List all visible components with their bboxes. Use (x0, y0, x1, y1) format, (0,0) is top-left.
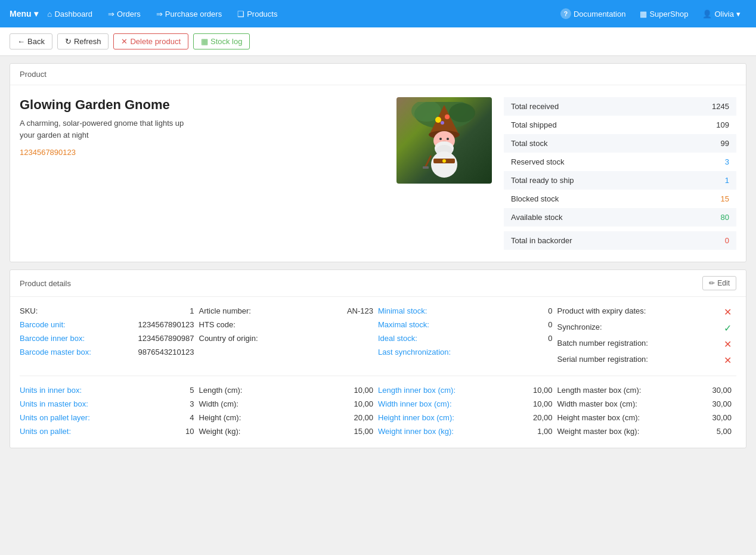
details-col-2: Article number: AN-123 HTS code: Country… (199, 304, 379, 368)
detail-width-inner-box-label: Width inner box (cm): (378, 399, 452, 408)
menu-label: Menu (10, 9, 32, 18)
detail-batch-number: Batch number registration: ✕ (557, 336, 737, 352)
stat-label-total-stock: Total stock (511, 139, 547, 148)
detail-barcode-inner-box-label: Barcode inner box: (20, 334, 85, 343)
detail-height: Height (cm): 20,00 (199, 411, 379, 424)
product-card-body: Glowing Garden Gnome A charming, solar-p… (10, 85, 746, 262)
detail-length-master-box-value: 30,00 (712, 386, 732, 395)
stat-label-total-ready-to-ship: Total ready to ship (511, 176, 574, 185)
stock-log-button[interactable]: ▦ Stock log (193, 33, 250, 49)
svg-rect-18 (423, 166, 429, 169)
refresh-icon: ↻ (65, 37, 72, 46)
detail-sku-value: 1 (190, 306, 194, 315)
stat-row-blocked-stock: Blocked stock 15 (504, 190, 736, 208)
toolbar: ← Back ↻ Refresh ✕ Delete product ▦ Stoc… (0, 27, 756, 56)
nav-user[interactable]: 👤 Olivia ▾ (696, 10, 746, 18)
refresh-button[interactable]: ↻ Refresh (57, 33, 109, 49)
detail-barcode-inner-box: Barcode inner box: 1234567890987 (20, 331, 199, 345)
details-col2-1: Units in inner box: 5 Units in master bo… (20, 383, 199, 438)
nav-products[interactable]: ❑ Products (231, 10, 283, 18)
detail-width-value: 10,00 (354, 399, 373, 408)
detail-weight: Weight (kg): 15,00 (199, 424, 379, 438)
product-image (396, 97, 492, 184)
detail-barcode-master-box-label: Barcode master box: (20, 348, 91, 356)
back-button[interactable]: ← Back (10, 33, 52, 49)
detail-units-inner-box-value: 5 (190, 386, 194, 395)
detail-units-master-box: Units in master box: 3 (20, 397, 199, 411)
question-icon: ? (560, 8, 571, 19)
detail-minimal-stock-value: 0 (548, 306, 552, 315)
product-details-header: Product details ✏ Edit (10, 270, 746, 297)
stat-value-total-received: 1245 (712, 102, 729, 111)
detail-weight-master-box-value: 5,00 (717, 427, 732, 436)
detail-barcode-unit-label: Barcode unit: (20, 320, 66, 329)
nav-orders[interactable]: ⇒ Orders (102, 10, 147, 18)
back-icon: ← (17, 37, 25, 46)
detail-width-label: Width (cm): (199, 399, 238, 408)
detail-width-master-box-value: 30,00 (712, 399, 732, 408)
detail-height-inner-box: Height inner box (cm): 20,00 (378, 411, 557, 424)
nav-dashboard[interactable]: ⌂ Dashboard (42, 10, 98, 18)
detail-barcode-unit-value: 1234567890123 (138, 320, 194, 329)
product-barcode: 1234567890123 (20, 148, 385, 157)
product-section-title: Product (20, 70, 47, 79)
detail-synchronize: Synchronize: ✓ (557, 320, 737, 336)
purchase-orders-icon: ⇒ (156, 10, 163, 18)
svg-point-10 (447, 138, 449, 140)
nav-shop[interactable]: ▦ SuperShop (634, 10, 694, 18)
detail-country-of-origin-label: Country of origin: (199, 334, 258, 343)
detail-last-synchronization: Last synchronization: (378, 345, 557, 359)
details-col-1: SKU: 1 Barcode unit: 1234567890123 Barco… (20, 304, 199, 368)
detail-units-inner-box: Units in inner box: 5 (20, 383, 199, 397)
detail-length-label: Length (cm): (199, 386, 243, 395)
table-icon: ▦ (201, 37, 208, 46)
stat-row-available-stock: Available stock 80 (504, 208, 736, 227)
detail-weight-label: Weight (kg): (199, 427, 241, 436)
product-card: Product Glowing Garden Gnome A charming,… (10, 63, 746, 262)
detail-height-master-box-value: 30,00 (712, 413, 732, 422)
details-col-3: Minimal stock: 0 Maximal stock: 0 Ideal … (378, 304, 557, 368)
detail-serial-number: Serial number registration: ✕ (557, 352, 737, 368)
detail-units-pallet-layer-label: Units on pallet layer: (20, 413, 90, 422)
detail-batch-number-value: ✕ (724, 339, 732, 350)
detail-height-inner-box-label: Height inner box (cm): (378, 413, 454, 422)
detail-height-inner-box-value: 20,00 (533, 413, 553, 422)
detail-hts-code: HTS code: (199, 318, 379, 331)
delete-icon: ✕ (121, 37, 128, 46)
svg-line-17 (425, 156, 431, 168)
detail-units-pallet-layer-value: 4 (190, 413, 194, 422)
stat-row-total-backorder: Total in backorder 0 (504, 231, 736, 250)
detail-article-number-value: AN-123 (347, 306, 373, 315)
stat-value-total-shipped: 109 (716, 120, 729, 129)
detail-expiry-dates-value: ✕ (724, 306, 732, 318)
product-details-card: Product details ✏ Edit SKU: 1 Barcode un… (10, 269, 746, 448)
stat-value-blocked-stock: 15 (721, 194, 729, 203)
detail-serial-number-value: ✕ (724, 355, 732, 366)
menu-button[interactable]: Menu ▾ (10, 9, 38, 18)
details-col-4: Product with expiry dates: ✕ Synchronize… (557, 304, 737, 368)
detail-weight-inner-box-value: 1,00 (537, 427, 552, 436)
svg-point-7 (441, 121, 444, 125)
details-col2-4: Length master box (cm): 30,00 Width mast… (557, 383, 737, 438)
top-navigation: Menu ▾ ⌂ Dashboard ⇒ Orders ⇒ Purchase o… (0, 0, 756, 27)
detail-maximal-stock-label: Maximal stock: (378, 320, 429, 329)
detail-barcode-master-box: Barcode master box: 9876543210123 (20, 345, 199, 359)
svg-point-6 (445, 114, 450, 119)
delete-product-button[interactable]: ✕ Delete product (113, 33, 188, 49)
nav-documentation[interactable]: ? Documentation (554, 8, 631, 19)
edit-button[interactable]: ✏ Edit (702, 276, 736, 290)
details-col2-2: Length (cm): 10,00 Width (cm): 10,00 Hei… (199, 383, 379, 438)
detail-expiry-dates-label: Product with expiry dates: (557, 306, 646, 318)
detail-sku-label: SKU: (20, 306, 38, 315)
nav-purchase-orders[interactable]: ⇒ Purchase orders (150, 10, 228, 18)
detail-ideal-stock: Ideal stock: 0 (378, 331, 557, 345)
stat-label-total-shipped: Total shipped (511, 120, 557, 129)
svg-point-16 (442, 159, 446, 163)
stat-value-reserved-stock: 3 (725, 157, 729, 166)
detail-weight-inner-box: Weight inner box (kg): 1,00 (378, 424, 557, 438)
detail-units-master-box-value: 3 (190, 399, 194, 408)
detail-width-inner-box: Width inner box (cm): 10,00 (378, 397, 557, 411)
shop-icon: ▦ (640, 10, 647, 18)
orders-icon: ⇒ (108, 10, 114, 18)
product-details-title: Product details (20, 279, 71, 288)
